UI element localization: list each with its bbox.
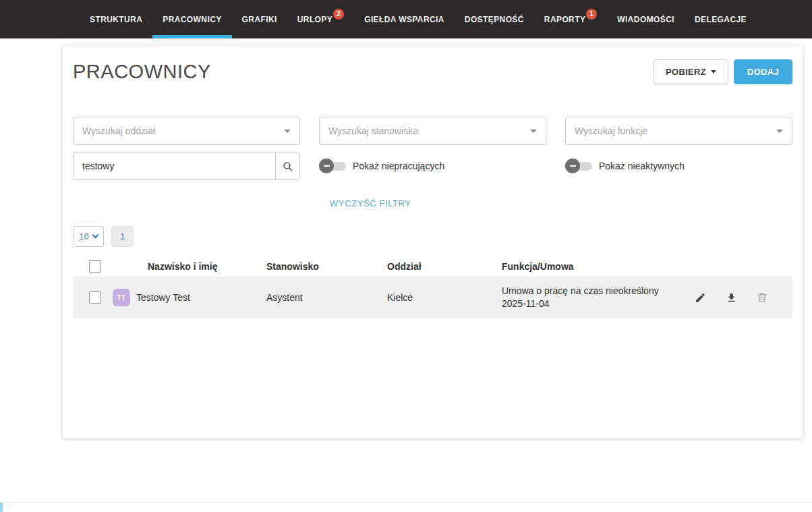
nav-tab-label: STRUKTURA	[90, 15, 142, 24]
nav-tab-grafiki[interactable]: GRAFIKI	[232, 0, 287, 38]
nav-tab-delegacje[interactable]: DELEGACJE	[685, 0, 757, 38]
search-icon	[282, 161, 293, 172]
caret-down-icon	[776, 130, 783, 133]
nav-tab-raporty[interactable]: RAPORTY1	[534, 0, 607, 38]
nav-tab-urlopy[interactable]: URLOPY2	[287, 0, 354, 38]
nav-tab-label: URLOPY	[297, 15, 332, 24]
page-title: PRACOWNICY	[73, 61, 211, 83]
employee-branch: Kielce	[387, 292, 502, 303]
pagination-row: 10 1	[73, 226, 792, 247]
clear-filters-link[interactable]: WYCZYŚĆ FILTRY	[330, 198, 411, 208]
nav-tab-pracownicy[interactable]: PRACOWNICY	[152, 0, 231, 38]
contract-type: Umowa o pracę na czas nieokreślony	[502, 285, 682, 297]
search-input[interactable]	[73, 152, 275, 180]
toggle-nonworking-label: Pokaż niepracujących	[353, 161, 444, 171]
nav-tab-label: GIEŁDA WSPARCIA	[364, 15, 444, 24]
page-number: 1	[120, 231, 125, 241]
add-button[interactable]: DODAJ	[734, 59, 792, 84]
nav-tab-wiadomosci[interactable]: WIADOMOŚCI	[607, 0, 685, 38]
filter-search-row: Pokaż niepracujących Pokaż nieaktywnych	[73, 152, 792, 180]
employees-table: Nazwisko i imię Stanowisko Oddział Funkc…	[73, 256, 792, 318]
nav-tab-label: PRACOWNICY	[163, 15, 221, 24]
toggle-minus-icon	[319, 159, 334, 173]
table-header-row: Nazwisko i imię Stanowisko Oddział Funkc…	[73, 256, 792, 277]
caret-down-icon	[530, 130, 537, 133]
header-branch: Oddział	[387, 261, 502, 272]
page-size-value: 10	[79, 231, 88, 241]
employee-contract: Umowa o pracę na czas nieokreślony 2025-…	[502, 285, 682, 310]
function-select[interactable]: Wyszukaj funkcje	[565, 117, 792, 145]
employee-name: Testowy Test	[136, 292, 190, 303]
download-button-label: POBIERZ	[666, 67, 706, 77]
nav-tab-label: WIADOMOŚCI	[617, 15, 674, 24]
contract-date: 2025-11-04	[502, 297, 682, 310]
search-button[interactable]	[275, 152, 300, 180]
pencil-icon	[695, 292, 706, 304]
row-actions	[682, 291, 792, 304]
add-button-label: DODAJ	[747, 67, 779, 77]
clear-filters-row: WYCZYŚĆ FILTRY	[73, 197, 792, 209]
nav-tab-dostepnosc[interactable]: DOSTĘPNOŚĆ	[455, 0, 534, 38]
download-row-button[interactable]	[725, 291, 737, 304]
toggle-inactive-label: Pokaż nieaktywnych	[599, 161, 685, 171]
toggle-nonworking-group: Pokaż niepracujących	[319, 159, 546, 173]
caret-down-icon	[711, 70, 716, 74]
table-row: TT Testowy Test Asystent Kielce Umowa o …	[73, 277, 792, 318]
caret-down-icon	[284, 130, 291, 133]
download-icon	[726, 292, 737, 304]
header-position: Stanowisko	[266, 261, 387, 272]
nav-tab-label: DOSTĘPNOŚĆ	[465, 15, 524, 24]
row-checkbox[interactable]	[89, 291, 101, 304]
raporty-badge: 1	[586, 9, 597, 20]
download-button[interactable]: POBIERZ	[654, 59, 728, 84]
filter-selects-row: Wyszukaj oddział Wyszukaj stanowiska Wys…	[73, 117, 792, 145]
edit-button[interactable]	[694, 291, 706, 304]
toggle-minus-icon	[565, 159, 580, 173]
trash-icon	[756, 291, 768, 304]
header-contract: Funkcja/Umowa	[502, 260, 682, 273]
employees-panel: PRACOWNICY POBIERZ DODAJ Wyszukaj oddzia…	[63, 46, 803, 438]
function-select-placeholder: Wyszukaj funkcje	[575, 125, 647, 136]
nav-tab-gielda-wsparcia[interactable]: GIEŁDA WSPARCIA	[354, 0, 455, 38]
delete-button[interactable]	[756, 291, 768, 304]
footer-divider	[0, 502, 812, 503]
position-select[interactable]: Wyszukaj stanowiska	[319, 117, 546, 145]
position-select-placeholder: Wyszukaj stanowiska	[328, 125, 418, 136]
chevron-down-icon	[92, 232, 98, 239]
header-buttons: POBIERZ DODAJ	[654, 59, 792, 84]
search-group	[73, 152, 300, 180]
show-nonworking-toggle[interactable]	[319, 159, 347, 173]
urlopy-badge: 2	[333, 9, 344, 20]
select-all-checkbox[interactable]	[89, 260, 101, 273]
nav-tab-struktura[interactable]: STRUKTURA	[80, 0, 152, 38]
nav-tab-label: GRAFIKI	[242, 15, 277, 24]
avatar: TT	[113, 289, 130, 306]
top-navbar: STRUKTURA PRACOWNICY GRAFIKI URLOPY2 GIE…	[0, 0, 812, 38]
panel-header: PRACOWNICY POBIERZ DODAJ	[73, 59, 792, 96]
show-inactive-toggle[interactable]	[565, 159, 593, 173]
footer-left-accent	[0, 503, 3, 512]
nav-tab-label: DELEGACJE	[695, 15, 747, 24]
header-name: Nazwisko i imię	[105, 261, 266, 272]
nav-tab-label: RAPORTY	[544, 15, 585, 24]
page-button-1[interactable]: 1	[111, 226, 134, 247]
toggle-inactive-group: Pokaż nieaktywnych	[565, 159, 792, 173]
page-size-select[interactable]: 10	[73, 226, 104, 247]
branch-select[interactable]: Wyszukaj oddział	[73, 117, 300, 145]
branch-select-placeholder: Wyszukaj oddział	[82, 125, 155, 136]
employee-position: Asystent	[266, 292, 387, 303]
